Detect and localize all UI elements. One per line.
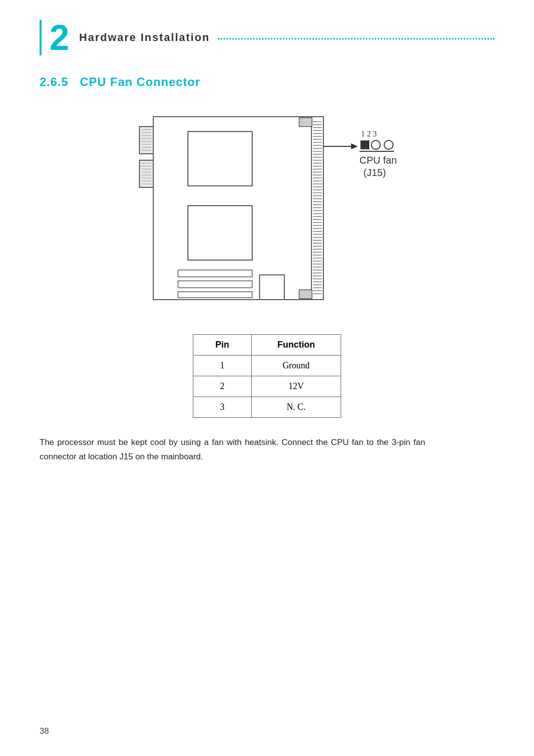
- svg-text:1  2  3: 1 2 3: [361, 130, 377, 138]
- pin-table-wrapper: Pin Function 1Ground212V3N. C.: [40, 334, 494, 418]
- pin-function-table: Pin Function 1Ground212V3N. C.: [193, 334, 341, 418]
- header-title-row: Hardware Installation: [79, 31, 494, 44]
- table-row: 3N. C.: [193, 397, 341, 418]
- table-cell: 2: [193, 376, 252, 397]
- table-row: 212V: [193, 376, 341, 397]
- svg-rect-85: [299, 118, 312, 127]
- header-right: Hardware Installation: [79, 31, 494, 44]
- svg-text:(J15): (J15): [363, 167, 386, 178]
- section-heading: CPU Fan Connector: [80, 75, 200, 89]
- table-cell: N. C.: [251, 397, 341, 418]
- svg-rect-2: [139, 160, 153, 187]
- svg-rect-1: [139, 127, 153, 154]
- svg-rect-90: [360, 140, 369, 149]
- table-row: 1Ground: [193, 356, 341, 376]
- svg-rect-19: [188, 132, 252, 186]
- motherboard-diagram: 1 2 3 CPU fan (J15): [114, 107, 420, 314]
- description-text: The processor must be kept cool by using…: [40, 436, 425, 464]
- svg-marker-88: [351, 143, 358, 149]
- header-title: Hardware Installation: [79, 31, 210, 44]
- svg-rect-21: [178, 270, 252, 277]
- table-cell: 1: [193, 356, 252, 376]
- header-dots: [218, 38, 494, 40]
- chapter-number: 2: [49, 20, 69, 55]
- svg-rect-24: [260, 275, 284, 300]
- diagram-area: 1 2 3 CPU fan (J15): [40, 107, 494, 314]
- page-header: 2 Hardware Installation: [40, 20, 494, 55]
- svg-rect-23: [178, 292, 252, 298]
- svg-text:CPU fan: CPU fan: [359, 155, 397, 166]
- table-header-pin: Pin: [193, 335, 252, 356]
- svg-rect-22: [178, 281, 252, 288]
- table-cell: 3: [193, 397, 252, 418]
- svg-rect-86: [299, 290, 312, 299]
- section-number: 2.6.5: [40, 75, 68, 89]
- svg-point-92: [384, 140, 393, 149]
- svg-point-91: [371, 140, 380, 149]
- svg-rect-25: [312, 117, 323, 300]
- table-cell: 12V: [251, 376, 341, 397]
- table-header-function: Function: [251, 335, 341, 356]
- page-number: 38: [40, 726, 49, 736]
- table-cell: Ground: [251, 356, 341, 376]
- section-title: 2.6.5 CPU Fan Connector: [40, 75, 494, 89]
- svg-rect-20: [188, 206, 252, 260]
